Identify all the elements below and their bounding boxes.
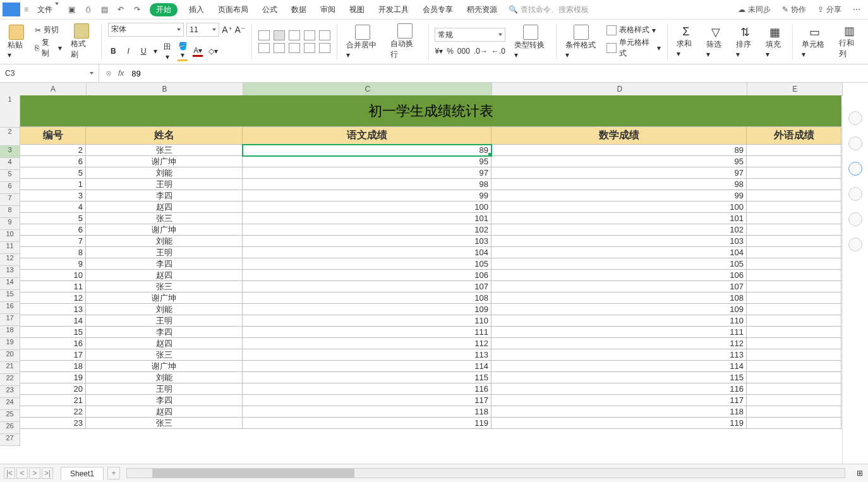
side-icon-6[interactable] <box>848 238 862 251</box>
spreadsheet-grid[interactable]: ABCDE 1234567891011121314151617181920212… <box>0 83 868 462</box>
data-cell[interactable]: 20 <box>20 383 86 395</box>
row-header[interactable]: 19 <box>0 338 20 350</box>
data-cell[interactable] <box>747 395 841 406</box>
row-header[interactable]: 4 <box>0 158 20 170</box>
data-cell[interactable] <box>747 258 841 270</box>
data-cell[interactable]: 张三 <box>86 213 243 224</box>
data-cell[interactable] <box>747 292 841 304</box>
data-cell[interactable] <box>747 281 841 292</box>
row-header[interactable]: 21 <box>0 362 20 374</box>
app-icon[interactable] <box>3 3 20 16</box>
data-cell[interactable]: 14 <box>20 315 86 327</box>
data-cell[interactable]: 97 <box>243 167 491 179</box>
align-top-icon[interactable] <box>258 30 270 40</box>
col-header-B[interactable]: B <box>87 83 243 95</box>
data-cell[interactable]: 张三 <box>86 281 243 292</box>
side-icon-3[interactable] <box>848 162 862 176</box>
row-header[interactable]: 20 <box>0 350 20 362</box>
row-header[interactable]: 3 <box>0 146 20 158</box>
comma-icon[interactable]: 000 <box>457 47 470 56</box>
align-middle-icon[interactable] <box>274 30 285 40</box>
data-cell[interactable]: 7 <box>20 236 86 247</box>
data-cell[interactable]: 114 <box>243 361 491 372</box>
name-box[interactable]: C3 <box>0 64 99 82</box>
tab-member[interactable]: 会员专享 <box>416 3 459 16</box>
data-cell[interactable] <box>747 213 841 224</box>
row-header[interactable]: 17 <box>0 314 20 326</box>
data-cell[interactable]: 王明 <box>86 247 243 258</box>
data-cell[interactable]: 110 <box>491 315 747 327</box>
add-sheet-button[interactable]: + <box>107 467 120 479</box>
data-cell[interactable]: 赵四 <box>86 202 243 213</box>
data-cell[interactable] <box>747 145 841 156</box>
cell-button[interactable]: ▭单元格▾ <box>799 24 829 60</box>
table-style-button[interactable]: 表格样式▾ <box>606 25 661 35</box>
row-header[interactable]: 5 <box>0 170 20 182</box>
data-cell[interactable]: 111 <box>243 327 491 338</box>
data-cell[interactable]: 15 <box>20 327 86 338</box>
view-mode-icon[interactable]: ⊞ <box>852 469 868 478</box>
tab-insert[interactable]: 插入 <box>183 3 210 16</box>
menu-icon[interactable]: ≡ <box>24 5 28 14</box>
row-header[interactable]: 24 <box>0 398 20 410</box>
data-cell[interactable] <box>747 247 841 258</box>
data-cell[interactable]: 110 <box>243 315 491 327</box>
fill-color-button[interactable]: 🪣▾ <box>178 42 188 61</box>
data-cell[interactable] <box>747 406 841 418</box>
bold-button[interactable]: B <box>108 47 118 56</box>
data-cell[interactable]: 刘能 <box>86 167 243 179</box>
data-cell[interactable]: 117 <box>491 395 747 406</box>
italic-button[interactable]: I <box>123 47 133 56</box>
fx-icon[interactable]: fx <box>118 69 124 78</box>
tab-view[interactable]: 视图 <box>343 3 371 16</box>
data-cell[interactable] <box>747 179 841 190</box>
header-cell[interactable]: 编号 <box>20 127 86 145</box>
data-cell[interactable] <box>747 349 841 361</box>
data-cell[interactable]: 谢广坤 <box>86 224 243 236</box>
data-cell[interactable]: 刘能 <box>86 372 243 383</box>
data-cell[interactable]: 3 <box>20 190 86 202</box>
formula-input[interactable] <box>130 68 862 79</box>
underline-button[interactable]: U <box>138 47 148 56</box>
tab-review[interactable]: 审阅 <box>314 3 342 16</box>
data-cell[interactable]: 112 <box>243 338 491 349</box>
inc-decimal-icon[interactable]: .0→ <box>474 47 488 56</box>
data-cell[interactable]: 刘能 <box>86 304 243 315</box>
side-icon-2[interactable] <box>848 136 862 150</box>
data-cell[interactable]: 116 <box>491 383 747 395</box>
file-menu[interactable]: 文件 <box>33 3 63 16</box>
data-cell[interactable]: 1 <box>20 179 86 190</box>
decrease-font-icon[interactable]: A⁻ <box>235 25 245 35</box>
data-cell[interactable]: 23 <box>20 418 86 429</box>
sync-status[interactable]: ☁ 未同步 <box>733 3 776 16</box>
data-cell[interactable]: 95 <box>243 156 491 167</box>
align-bottom-icon[interactable] <box>289 30 300 40</box>
header-cell[interactable]: 语文成绩 <box>243 127 491 145</box>
data-cell[interactable]: 赵四 <box>86 270 243 281</box>
data-cell[interactable] <box>747 418 841 429</box>
data-cell[interactable]: 97 <box>491 167 747 179</box>
data-cell[interactable]: 106 <box>491 270 747 281</box>
row-header[interactable]: 12 <box>0 254 20 266</box>
data-cell[interactable]: 赵四 <box>86 338 243 349</box>
undo-icon[interactable]: ↶ <box>115 4 126 15</box>
number-format-select[interactable]: 常规 <box>435 28 505 42</box>
data-cell[interactable]: 刘能 <box>86 236 243 247</box>
font-color-button[interactable]: A▾ <box>193 46 203 57</box>
data-cell[interactable]: 8 <box>20 247 86 258</box>
data-cell[interactable]: 王明 <box>86 179 243 190</box>
row-header[interactable]: 2 <box>0 128 20 146</box>
data-cell[interactable]: 102 <box>243 224 491 236</box>
title-cell[interactable]: 初一学生成绩统计表 <box>20 95 841 127</box>
data-cell[interactable]: 109 <box>243 304 491 315</box>
clear-format-button[interactable]: ◇▾ <box>208 47 218 56</box>
data-cell[interactable] <box>747 327 841 338</box>
border-button[interactable]: 田▾ <box>162 42 172 61</box>
data-cell[interactable]: 103 <box>243 236 491 247</box>
row-header[interactable]: 15 <box>0 290 20 302</box>
data-cell[interactable]: 李四 <box>86 190 243 202</box>
data-cell[interactable]: 119 <box>491 418 747 429</box>
select-all-corner[interactable] <box>0 83 21 96</box>
data-cell[interactable] <box>747 202 841 213</box>
data-cell[interactable]: 101 <box>491 213 747 224</box>
